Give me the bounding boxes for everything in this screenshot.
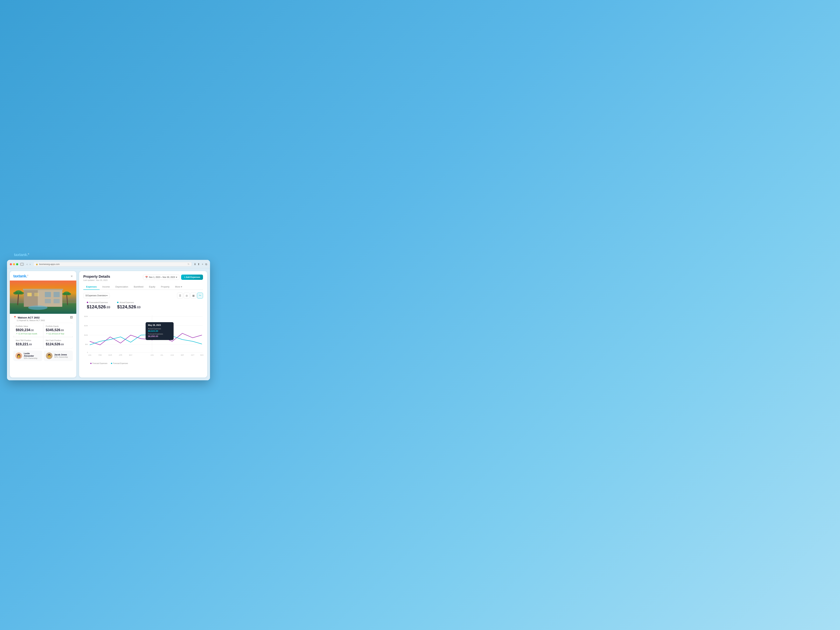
tab-equity[interactable]: Equity <box>146 284 158 290</box>
legend-dot-forecast <box>90 363 92 364</box>
svg-text:FEB: FEB <box>98 354 102 356</box>
property-image <box>10 281 76 314</box>
address-bar[interactable]: 🔒 boomerang-apps.com ↻ <box>33 262 192 266</box>
portfolio-equity-change: ↗ +12.34 End of Year <box>46 333 71 335</box>
svg-text:JUN: JUN <box>150 354 154 356</box>
maximize-window-btn[interactable] <box>16 263 18 265</box>
url-text: boomerang-apps.com <box>39 263 60 265</box>
actual-value: $124,526.69 <box>117 304 141 309</box>
list-view-btn[interactable]: ☰ <box>177 293 183 298</box>
property-gallery-btn[interactable]: 🖼 <box>70 316 73 319</box>
browser-window: ‹ › 🔒 boomerang-apps.com ↻ ⬇ ⬆ ＋ ⧉ tax <box>7 260 210 380</box>
svg-text:NOV: NOV <box>200 354 204 356</box>
forecast-label: Forecasted Expenses <box>89 302 108 303</box>
new-tab-btn[interactable]: ＋ <box>201 262 204 266</box>
browser-content: taxtank.® ✕ <box>7 268 210 380</box>
refresh-icon[interactable]: ↻ <box>188 263 189 265</box>
tax-position-amount: $19,221.69 <box>16 342 41 346</box>
actual-dot <box>117 302 118 303</box>
forecast-dot <box>87 302 88 303</box>
net-cash-label: Net Cash Position <box>46 339 71 341</box>
portfolio-equity-label: Portfolio Equity <box>46 325 71 327</box>
portfolio-value-amount: $920,234.00 <box>16 328 41 332</box>
property-illustration <box>10 281 76 314</box>
tabs-btn[interactable]: ⧉ <box>205 263 207 266</box>
svg-text:$20K: $20K <box>84 316 88 317</box>
svg-text:JAN: JAN <box>88 354 91 356</box>
actual-label: Actual Expenses <box>120 302 134 303</box>
left-panel: taxtank.® ✕ <box>10 271 76 377</box>
owner-name-leslie: Leslie Alexander <box>24 352 40 357</box>
svg-text:JUL: JUL <box>161 354 163 356</box>
svg-rect-10 <box>45 299 51 303</box>
tab-expenses[interactable]: Expenses <box>83 284 99 290</box>
tab-property[interactable]: Property <box>158 284 172 290</box>
svg-rect-11 <box>54 299 60 303</box>
forward-btn[interactable]: › <box>29 262 31 266</box>
close-window-btn[interactable] <box>10 263 12 265</box>
donut-view-btn[interactable]: ◎ <box>184 293 190 298</box>
svg-rect-7 <box>34 293 39 296</box>
date-range-btn[interactable]: 📅 Nov 1, 2023 – Nov 30, 2023 ▾ <box>143 275 179 280</box>
share-btn[interactable]: ⬆ <box>197 263 200 266</box>
svg-text:↙: ↙ <box>153 336 155 339</box>
chevron-down-icon: ▾ <box>176 276 177 278</box>
chart-legend: Forecast Expenses Forecast Expenses <box>83 362 203 364</box>
right-panel-header: Property Details Last updated : Nov 20, … <box>83 275 203 281</box>
svg-rect-9 <box>54 292 60 297</box>
avatar-jacob: 👨 <box>46 352 52 359</box>
browser-chrome: ‹ › 🔒 boomerang-apps.com ↻ ⬇ ⬆ ＋ ⧉ <box>7 260 210 268</box>
chart-view-btns: ☰ ◎ ▦ 〜 <box>177 293 203 298</box>
svg-point-16 <box>13 292 19 295</box>
owner-pct-jacob: 50% Ownership <box>54 356 68 358</box>
chart-toolbar: $ Expenses Overview ▾ ☰ ◎ ▦ 〜 <box>83 293 203 298</box>
browser-actions: ⬇ ⬆ ＋ ⧉ <box>194 262 207 266</box>
nav-tabs: Expenses Income Depreciation Bankfeed Eq… <box>83 284 203 290</box>
property-info: 📍 Watson ACT 2602 11 Aspinall St, Watson… <box>10 314 76 323</box>
portfolio-equity-amount: $345,526.69 <box>46 328 71 332</box>
owner-info-jacob: Jacob Jones 50% Ownership <box>54 354 68 358</box>
back-btn[interactable]: ‹ <box>26 262 28 266</box>
download-btn[interactable]: ⬇ <box>194 263 196 266</box>
minimize-window-btn[interactable] <box>13 263 15 265</box>
header-actions: 📅 Nov 1, 2023 – Nov 30, 2023 ▾ + Add Exp… <box>143 275 203 280</box>
forecast-value: $124,526.69 <box>87 304 110 309</box>
last-updated-text: Last updated : Nov 20, 2023 <box>83 279 110 281</box>
forecasted-expenses-metric: Forecasted Expenses $124,526.69 <box>87 302 110 309</box>
expenses-overview-btn[interactable]: $ Expenses Overview ▾ <box>83 293 110 298</box>
svg-text:OCT: OCT <box>191 354 194 356</box>
avatar-leslie: 👩 <box>16 352 22 359</box>
bar-view-btn[interactable]: ▦ <box>190 293 196 298</box>
chart-datapoint-actual <box>151 334 153 336</box>
tab-more[interactable]: More ▾ <box>172 284 185 290</box>
location-icon: 📍 <box>13 316 17 319</box>
svg-text:$15K: $15K <box>84 325 88 327</box>
expense-chart: $20K $15K $10K $5K 0 <box>83 313 204 362</box>
property-address: 📍 Watson ACT 2602 11 Aspinall St, Watson… <box>13 316 45 322</box>
tab-bankfeed[interactable]: Bankfeed <box>131 284 146 290</box>
svg-point-13 <box>28 306 47 310</box>
sidebar-toggle-btn[interactable] <box>20 263 24 266</box>
panel-close-btn[interactable]: ✕ <box>71 275 73 278</box>
add-expenses-btn[interactable]: + Add Expenses <box>181 275 203 280</box>
right-panel: Property Details Last updated : Nov 20, … <box>79 271 207 377</box>
portfolio-value-label: Portfolio Value <box>16 325 41 327</box>
legend-item-forecast: Forecast Expenses <box>90 362 107 364</box>
tax-position-label: Next TAX Position <box>16 339 41 341</box>
calendar-icon: 📅 <box>145 276 148 278</box>
legend-label-actual: Forecast Expenses <box>113 362 128 364</box>
property-details-heading: Property Details Last updated : Nov 20, … <box>83 275 110 281</box>
line-view-btn[interactable]: 〜 <box>197 293 203 298</box>
net-cash-card: Net Cash Position $124,526.69 <box>43 337 73 348</box>
owner-card-jacob: 👨 Jacob Jones 50% Ownership <box>44 351 73 361</box>
svg-text:MAY: MAY <box>129 354 132 356</box>
left-panel-header: taxtank.® ✕ <box>10 271 76 281</box>
legend-item-actual: Forecast Expenses <box>111 362 128 364</box>
tab-depreciation[interactable]: Depreciation <box>112 284 131 290</box>
app-logo: taxtank.® <box>13 274 28 278</box>
chart-datapoint-forecast <box>151 339 153 340</box>
svg-text:AUG: AUG <box>171 354 174 356</box>
lock-icon: 🔒 <box>36 263 38 265</box>
property-name: Watson ACT 2602 <box>18 316 40 319</box>
tab-income[interactable]: Income <box>99 284 113 290</box>
